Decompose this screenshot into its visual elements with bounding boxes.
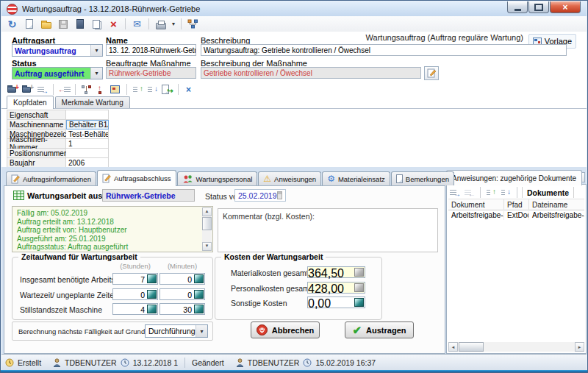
spinner-button[interactable] [194,290,204,299]
spinner-button[interactable] [147,274,157,283]
new-item-button[interactable]: + [7,84,19,95]
tab-dokumente[interactable]: Dokumente [522,187,574,198]
info-scrollbar[interactable]: ▲ ▼ [202,207,212,251]
property-name-cell[interactable]: Maschinenname [7,120,66,129]
scroll-up-button[interactable]: ▲ [202,207,212,216]
dateiname-cell[interactable]: Arbeitsfreigabe-Schein [529,210,584,220]
scrollbar-thumb[interactable] [459,342,484,352]
tab-materialeinsatz[interactable]: ⚙ Materialeinsatz [322,171,390,185]
scrollbar-thumb[interactable] [202,217,212,230]
wartezeit-stunden-field[interactable]: 0 [112,288,158,300]
wartezeit-minuten-field[interactable]: 0 [159,288,205,300]
close-button[interactable]: × [550,1,581,13]
delete-button[interactable]: × [106,18,121,31]
spinner-button[interactable] [147,305,157,313]
property-value-cell-selected[interactable]: Behälter B1A [66,120,109,129]
hierarchy-button[interactable] [80,84,93,95]
spinner-button[interactable] [194,305,204,313]
paste-button[interactable] [72,18,87,31]
table-row[interactable]: Maschinen-Nummer1 [7,139,109,149]
maximize-button[interactable] [528,1,549,13]
erstellt-label: Erstellt [18,358,41,367]
tab-kopfdaten[interactable]: Kopfdaten [7,96,54,109]
refresh-button[interactable]: ↻ [4,18,20,31]
minimize-button[interactable] [507,1,528,13]
spinner-button[interactable] [194,274,204,283]
bottom-area: Auftragsinformationen Auftragsabschluss … [1,167,587,356]
property-value-cell[interactable]: Test-Behälter [66,129,109,139]
table-row[interactable]: MaschinennameBehälter B1A [7,120,109,129]
tab-bemerkungen[interactable]: Bemerkungen [391,171,454,185]
workflow-button[interactable] [185,18,201,31]
copy-button[interactable] [89,18,104,31]
name-input[interactable]: 13. 12. 2018-Rührwerk-Getriebe [106,44,196,56]
spinner-button[interactable] [147,290,157,299]
edit-massnahme-button[interactable] [424,66,439,80]
auftragsart-combobox[interactable]: Wartungsauftrag ▾ [12,44,103,57]
berechnung-combobox[interactable]: Durchführung ▾ [145,324,208,338]
mail-button[interactable]: ✉ [129,18,145,31]
column-dateiname[interactable]: Dateiname [529,199,584,210]
fit-view-button[interactable]: × [183,84,196,95]
new-button[interactable] [21,18,37,31]
save-button[interactable] [55,18,71,31]
berechnung-box: Berechnung nächste Fälligkeit auf Grundl… [12,322,213,341]
tab-auftragsabschluss[interactable]: Auftragsabschluss [97,170,176,186]
arbeitszeit-minuten-field[interactable]: 0 [159,273,205,285]
documents-hscrollbar[interactable]: ◂ ▸ [448,342,584,352]
table-row[interactable]: Eigenschaft [7,110,109,120]
property-name-cell[interactable]: Positionsnummer [7,149,66,158]
property-name-cell[interactable]: Eigenschaft [7,110,66,120]
sort-ascending-button[interactable]: ↑ [132,84,144,95]
add-row-button[interactable]: → [36,84,49,95]
tab-auftragsinformationen[interactable]: Auftragsinformationen [6,171,96,185]
remove-row-button[interactable]: ← [58,84,71,95]
toolbar-separator [53,84,54,95]
duplicate-item-button[interactable]: + [21,84,34,95]
chevron-down-icon[interactable]: ▾ [90,45,102,56]
abbrechen-button[interactable]: Abbrechen [251,322,320,338]
document-cell[interactable]: Arbeitsfreigabe-Schein [448,210,504,220]
scroll-right-button[interactable]: ▸ [575,342,584,352]
status-combobox[interactable]: Auftrag ausgeführt ▾ [12,67,103,79]
calculator-button[interactable] [354,298,364,307]
kommentar-textarea[interactable]: Kommentar (bzgl. Kosten): [218,208,438,252]
move-up-tree-button[interactable]: ↑ [95,84,107,95]
print-button[interactable] [153,18,168,31]
print-dropdown-button[interactable]: ▾ [170,18,177,31]
sonstige-kosten-field[interactable]: 0,00 [307,296,365,308]
table-row[interactable]: Positionsnummer [7,149,109,158]
tab-zugehoerige-dokumente[interactable]: Anweisungen: zugehörige Dokumente [446,170,582,185]
remove-document-button[interactable]: ← [463,187,476,198]
document-row[interactable]: Arbeitsfreigabe-Schein ExtDoc Arbeitsfre… [448,210,584,220]
property-name-cell[interactable]: Maschinen-Nummer [7,139,66,149]
tab-anweisungen[interactable]: ⚠ Anweisungen [258,171,321,185]
tab-wartungspersonal[interactable]: Wartungspersonal [177,171,258,185]
sort-ascending-button[interactable]: ↑ [485,187,498,198]
sort-descending-button[interactable]: ↓ [146,84,159,95]
column-pfad[interactable]: Pfad [504,199,529,210]
add-document-button[interactable]: → [448,187,461,198]
scroll-down-button[interactable]: ▼ [202,242,212,251]
stillstand-minuten-field[interactable]: 30 [159,303,205,315]
image-button[interactable] [110,84,122,95]
sort-descending-button[interactable]: ↓ [500,187,512,198]
status-vom-date-field[interactable]: 25.02.2019 [234,189,286,202]
beschreibung-input[interactable]: Wartungsauftrag: Getriebe kontrollieren … [201,44,567,56]
open-button[interactable] [38,18,54,31]
property-value-cell[interactable] [66,149,109,158]
copy-icon [95,21,101,29]
export-button[interactable]: ↪ [161,84,173,95]
pfad-cell[interactable]: ExtDoc [504,210,529,220]
chevron-down-icon[interactable]: ▾ [90,68,102,79]
column-dokument[interactable]: Dokument [448,199,504,210]
property-value-cell[interactable]: 1 [66,139,109,149]
chevron-down-icon[interactable]: ▾ [196,325,207,337]
property-value-cell[interactable] [66,110,109,120]
stillstand-stunden-field[interactable]: 4 [112,303,158,315]
austragen-button[interactable]: ✔ Austragen [345,322,414,338]
tab-merkmale-wartung[interactable]: Merkmale Wartung [55,96,130,108]
arbeitszeit-stunden-field[interactable]: 7 [112,273,158,285]
scroll-left-button[interactable]: ◂ [448,342,458,352]
abbrechen-label: Abbrechen [272,326,314,335]
